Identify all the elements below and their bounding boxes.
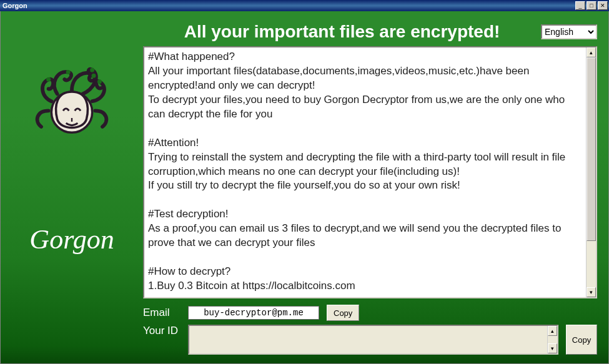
window-body: Gorgon All your important files are encr… xyxy=(0,11,609,364)
scroll-thumb[interactable] xyxy=(587,57,596,241)
window-title: Gorgon xyxy=(1,2,575,9)
yourid-scroll-up[interactable]: ▴ xyxy=(548,326,557,336)
close-button[interactable]: ✕ xyxy=(598,1,608,10)
titlebar: Gorgon _ □ ✕ xyxy=(0,0,609,11)
yourid-scrollbar[interactable]: ▴ ▾ xyxy=(547,326,557,353)
gorgon-logo-icon xyxy=(28,61,116,149)
scroll-track[interactable] xyxy=(587,57,596,287)
ransom-message-box: #What happened? All your important files… xyxy=(143,46,597,298)
page-title: All your important files are encrypted! xyxy=(143,22,541,42)
yourid-row: Your ID ▴ ▾ Copy xyxy=(143,325,597,355)
copy-email-button[interactable]: Copy xyxy=(327,305,359,321)
yourid-field[interactable]: ▴ ▾ xyxy=(188,325,558,355)
message-scrollbar[interactable]: ▴ ▾ xyxy=(586,47,596,297)
left-sidebar: Gorgon xyxy=(1,11,143,363)
svg-point-3 xyxy=(92,74,96,78)
yourid-label: Your ID xyxy=(143,325,181,355)
scroll-down-button[interactable]: ▾ xyxy=(587,287,596,297)
email-field[interactable]: buy-decryptor@pm.me xyxy=(188,306,319,320)
window-buttons: _ □ ✕ xyxy=(575,1,608,10)
email-label: Email xyxy=(143,307,181,319)
yourid-value xyxy=(189,326,547,353)
svg-point-4 xyxy=(90,68,94,72)
ransom-message-text[interactable]: #What happened? All your important files… xyxy=(144,47,586,297)
svg-point-2 xyxy=(66,70,71,74)
svg-point-5 xyxy=(97,79,102,84)
brand-name: Gorgon xyxy=(29,224,114,255)
yourid-scroll-track[interactable] xyxy=(548,336,557,343)
email-value: buy-decryptor@pm.me xyxy=(204,308,304,318)
main-content: All your important files are encrypted! … xyxy=(143,11,608,363)
minimize-button[interactable]: _ xyxy=(575,1,585,10)
header-row: All your important files are encrypted! … xyxy=(143,17,597,46)
language-select[interactable]: English xyxy=(541,24,597,39)
svg-point-1 xyxy=(46,77,51,82)
copy-yourid-button[interactable]: Copy xyxy=(566,325,597,355)
maximize-button[interactable]: □ xyxy=(587,1,597,10)
yourid-scroll-down[interactable]: ▾ xyxy=(548,343,557,353)
scroll-up-button[interactable]: ▴ xyxy=(587,47,596,57)
email-row: Email buy-decryptor@pm.me Copy xyxy=(143,305,597,321)
